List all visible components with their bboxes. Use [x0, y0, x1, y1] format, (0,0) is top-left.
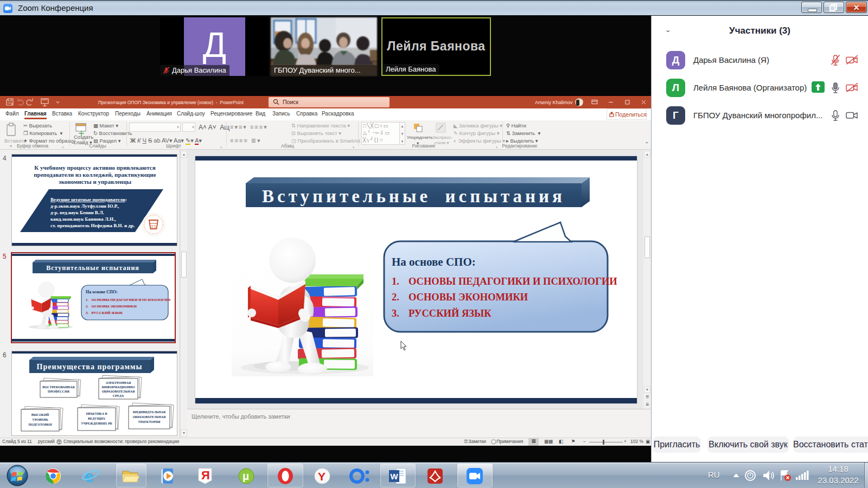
svg-text:ИНДИВИДУАЛЬНАЯ: ИНДИВИДУАЛЬНАЯ: [133, 410, 166, 414]
svg-text:УРОВЕНЬ: УРОВЕНЬ: [32, 418, 48, 421]
svg-text:ОБРАЗОВАТЕЛЬНАЯ: ОБРАЗОВАТЕЛЬНАЯ: [133, 415, 166, 419]
svg-text:На основе СПО:: На основе СПО:: [86, 290, 118, 294]
svg-text:Вступительные испытания: Вступительные испытания: [46, 264, 139, 272]
svg-text:3. РУССКИЙ ЯЗЫК: 3. РУССКИЙ ЯЗЫК: [86, 311, 123, 315]
svg-text:ОБРАЗОВАТЕЛЬНАЯ: ОБРАЗОВАТЕЛЬНАЯ: [102, 390, 135, 393]
svg-text:e: e: [85, 467, 94, 485]
svg-text:СРЕДА: СРЕДА: [113, 394, 124, 397]
svg-text:ВЕДУЩИХ: ВЕДУЩИХ: [88, 417, 106, 420]
svg-text:ИНФОРМАЦИОННО: ИНФОРМАЦИОННО: [102, 386, 135, 389]
svg-text:ВЫСОКИЙ: ВЫСОКИЙ: [31, 413, 49, 416]
svg-text:Я: Я: [201, 468, 210, 482]
svg-text:Преимущества программы: Преимущества программы: [37, 363, 143, 371]
svg-text:1. ОСНОВЫ ПЕДАГОГИКИ И ПСИХО: 1. ОСНОВЫ ПЕДАГОГИКИ И ПСИХОЛОГИИ: [86, 298, 171, 302]
svg-text:ПРАКТИКА В: ПРАКТИКА В: [86, 412, 107, 415]
svg-text:ПРОФЕССИЯ: ПРОФЕССИЯ: [48, 390, 70, 393]
svg-text:УЧРЕЖДЕНИЯХ РБ: УЧРЕЖДЕНИЯХ РБ: [81, 422, 112, 425]
svg-text:ЭЛЕКТРОННАЯ: ЭЛЕКТРОННАЯ: [106, 381, 131, 384]
svg-text:ПОДГОТОВКИ: ПОДГОТОВКИ: [28, 423, 52, 426]
svg-text:Y: Y: [318, 470, 326, 483]
svg-text:ВОСТРЕБОВАННАЯ: ВОСТРЕБОВАННАЯ: [42, 386, 75, 389]
svg-text:ТРАЕКТОРИЯ: ТРАЕКТОРИЯ: [138, 420, 161, 423]
svg-text:2. ОСНОВЫ ЭКОНОМИКИ: 2. ОСНОВЫ ЭКОНОМИКИ: [86, 304, 137, 309]
svg-text:μ: μ: [242, 470, 249, 482]
svg-text:W: W: [391, 472, 399, 481]
